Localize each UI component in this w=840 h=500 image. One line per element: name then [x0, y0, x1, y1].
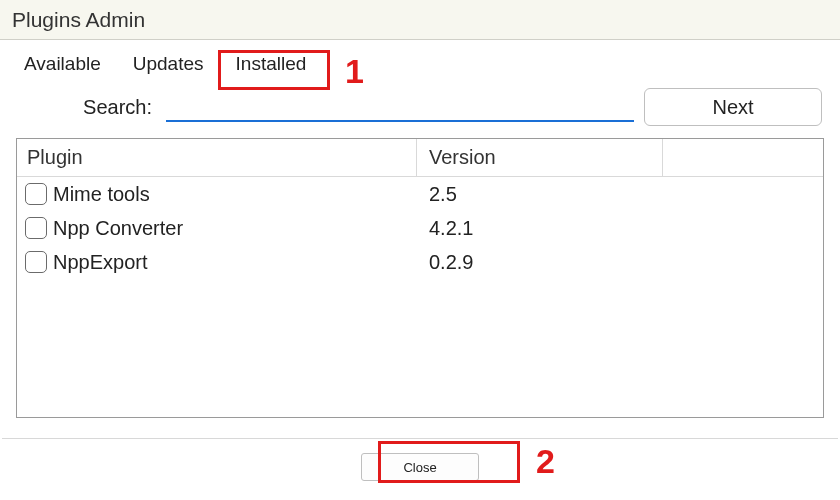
- plugin-list: Plugin Version Mime tools 2.5 Npp Conver…: [16, 138, 824, 418]
- plugin-name: Npp Converter: [53, 217, 183, 240]
- list-item[interactable]: Npp Converter 4.2.1: [17, 211, 823, 245]
- col-header-version[interactable]: Version: [417, 139, 663, 177]
- list-item[interactable]: Mime tools 2.5: [17, 177, 823, 211]
- col-header-plugin[interactable]: Plugin: [17, 139, 417, 177]
- tab-installed[interactable]: Installed: [220, 48, 323, 80]
- tab-updates-label: Updates: [133, 53, 204, 74]
- checkbox[interactable]: [25, 217, 47, 239]
- tab-installed-label: Installed: [236, 53, 307, 74]
- checkbox[interactable]: [25, 183, 47, 205]
- list-item[interactable]: NppExport 0.2.9: [17, 245, 823, 279]
- checkbox[interactable]: [25, 251, 47, 273]
- next-button-label: Next: [712, 96, 753, 118]
- plugin-name: Mime tools: [53, 183, 150, 206]
- search-label: Search:: [8, 96, 156, 119]
- titlebar: Plugins Admin: [0, 0, 840, 40]
- plugin-name: NppExport: [53, 251, 148, 274]
- tab-available[interactable]: Available: [8, 48, 117, 80]
- bottom-bar: Close: [0, 438, 840, 496]
- close-button-label: Close: [403, 460, 436, 475]
- window-title: Plugins Admin: [12, 8, 145, 32]
- search-input[interactable]: [166, 92, 634, 122]
- plugin-version: 2.5: [417, 183, 823, 206]
- search-row: Search: Next: [0, 80, 840, 132]
- divider: [2, 438, 838, 439]
- plugin-version: 4.2.1: [417, 217, 823, 240]
- close-button[interactable]: Close: [361, 453, 479, 481]
- tab-available-label: Available: [24, 53, 101, 74]
- tab-updates[interactable]: Updates: [117, 48, 220, 80]
- col-header-spacer: [663, 139, 823, 177]
- plugins-admin-window: Plugins Admin Available Updates Installe…: [0, 0, 840, 500]
- plugin-list-header: Plugin Version: [17, 139, 823, 177]
- plugin-version: 0.2.9: [417, 251, 823, 274]
- tabstrip: Available Updates Installed: [0, 48, 840, 80]
- next-button[interactable]: Next: [644, 88, 822, 126]
